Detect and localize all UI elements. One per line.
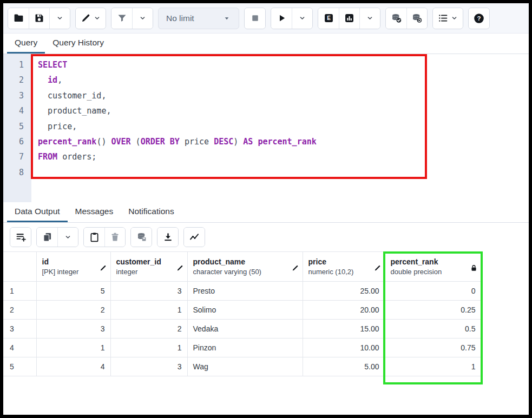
cell-customer_id[interactable]: 1 [110,339,187,357]
cell-price[interactable]: 5.00 [303,357,385,376]
help-button[interactable]: ? [469,8,489,29]
paste-icon [89,231,100,243]
row-number-cell[interactable]: 1 [3,282,36,301]
sql-token: product_name [48,106,106,116]
column-name: id [42,257,97,266]
chart-button[interactable] [184,228,205,247]
caret-down-icon [222,14,231,23]
cell-percent_rank[interactable]: 0.25 [385,301,481,320]
cell-percent_rank[interactable]: 0.5 [385,320,481,339]
copy-options-button[interactable] [57,228,78,247]
cell-customer_id[interactable]: 3 [110,357,187,376]
row-number-cell[interactable]: 3 [3,320,36,339]
rollback-button[interactable] [406,8,427,29]
column-header-customer_id[interactable]: customer_idinteger [110,252,187,282]
row-number-cell[interactable]: 4 [3,339,36,357]
cell-percent_rank[interactable]: 0.75 [385,339,481,357]
sql-token: , [57,75,62,85]
cell-product_name[interactable]: Solimo [187,301,303,320]
column-header-percent_rank[interactable]: percent_rankdouble precision [385,252,481,282]
cell-percent_rank[interactable]: 1 [385,357,481,376]
explain-button[interactable]: E [318,8,339,29]
download-button[interactable] [157,228,178,247]
db-rollback-icon [411,12,423,24]
edit-button[interactable] [76,8,106,29]
column-header-id[interactable]: id[PK] integer [36,252,110,282]
button-group [385,8,428,29]
chevron-down-icon [56,14,64,22]
table-row: 153Presto25.000 [3,282,481,301]
paste-button[interactable] [84,228,104,247]
pencil-icon [373,264,382,272]
cell-price[interactable]: 25.00 [303,282,385,301]
explain-analyze-button[interactable] [339,8,359,29]
sql-line: customer_id, [38,88,529,103]
pencil-icon [176,264,184,272]
tab-query-history[interactable]: Query History [45,34,111,54]
pencil-icon [99,264,107,272]
chevron-down-icon [450,14,458,22]
tab-data-output[interactable]: Data Output [7,202,68,222]
tab-notifications[interactable]: Notifications [121,202,181,222]
filter-options-button[interactable] [132,8,153,29]
chart-icon [189,231,200,243]
explain-options-button[interactable] [359,8,380,29]
cell-percent_rank[interactable]: 0 [385,282,481,301]
pencil-icon [80,12,91,24]
button-group: ? [468,8,490,29]
cell-price[interactable]: 20.00 [303,301,385,320]
cell-customer_id[interactable]: 2 [110,320,187,339]
cell-id[interactable]: 2 [36,301,110,320]
tab-messages[interactable]: Messages [68,202,121,222]
sql-token: () [96,137,111,147]
cell-id[interactable]: 4 [36,357,110,376]
sql-code[interactable]: SELECT id, customer_id, product_name, pr… [31,54,529,202]
column-header-price[interactable]: pricenumeric (10,2) [303,252,385,282]
query-toolbar: No limitE? [3,3,529,34]
cell-price[interactable]: 10.00 [303,339,385,357]
save-options-button[interactable] [49,8,70,29]
add-row-icon [15,231,27,243]
sql-token: AS [243,137,253,147]
sql-token [38,91,48,101]
sql-token: SELECT [38,60,67,70]
commit-button[interactable] [386,8,406,29]
cell-customer_id[interactable]: 3 [110,282,187,301]
stop-button[interactable] [245,8,265,29]
filter-button[interactable] [111,8,132,29]
cell-product_name[interactable]: Presto [187,282,303,301]
open-file-button[interactable] [8,8,29,29]
delete-row-button[interactable] [104,228,125,247]
cell-id[interactable]: 1 [36,339,110,357]
button-group [36,227,78,247]
column-name: percent_rank [391,257,468,266]
line-number: 3 [3,88,24,103]
sql-editor[interactable]: 12345678 SELECT id, customer_id, product… [3,54,529,202]
db-commit-icon [391,12,402,24]
pencil-icon [291,264,299,272]
save-file-button[interactable] [29,8,49,29]
add-row-button[interactable] [10,228,31,247]
cell-product_name[interactable]: Pinzon [187,339,303,357]
row-number-cell[interactable]: 5 [3,357,36,376]
sql-line: FROM orders; [38,149,529,164]
grid-corner-cell [3,252,36,282]
execute-options-button[interactable] [292,8,312,29]
macros-button[interactable] [433,8,463,29]
row-number-cell[interactable]: 2 [3,301,36,320]
save-data-button[interactable] [131,228,152,247]
cell-id[interactable]: 5 [36,282,110,301]
play-icon [276,12,287,24]
button-group [271,8,313,29]
cell-price[interactable]: 15.00 [303,320,385,339]
cell-id[interactable]: 3 [36,320,110,339]
cell-customer_id[interactable]: 1 [110,301,187,320]
tab-query[interactable]: Query [7,34,45,54]
cell-product_name[interactable]: Wag [187,357,303,376]
column-header-product_name[interactable]: product_namecharacter varying (50) [187,252,303,282]
row-limit-select[interactable]: No limit [158,8,239,29]
copy-button[interactable] [37,228,57,247]
sql-line [38,165,529,180]
cell-product_name[interactable]: Vedaka [187,320,303,339]
execute-button[interactable] [271,8,292,29]
